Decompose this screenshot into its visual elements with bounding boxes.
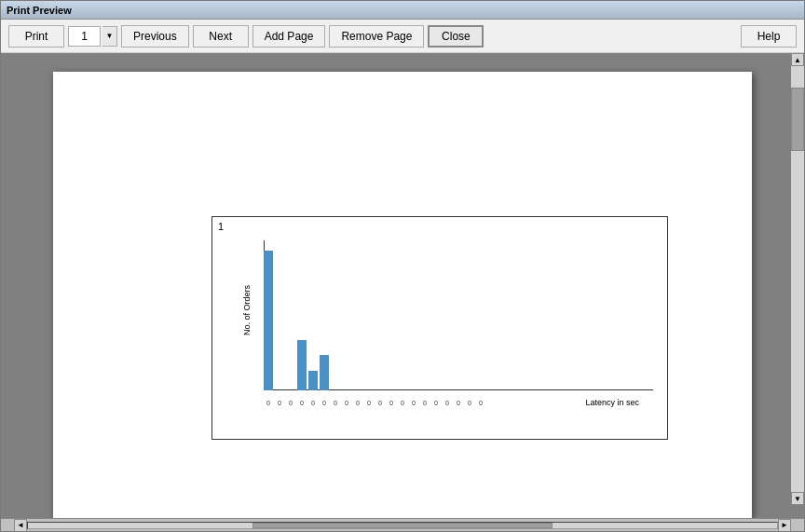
chart-bar-3 — [297, 340, 307, 390]
print-button[interactable]: Print — [8, 25, 64, 48]
chart-bar-4 — [308, 371, 318, 390]
remove-page-button[interactable]: Remove Page — [329, 25, 424, 48]
scroll-down-arrow[interactable]: ▼ — [791, 492, 804, 505]
page-number-input[interactable] — [68, 26, 101, 47]
h-scroll-track[interactable] — [27, 522, 778, 529]
chart-container: 1 No. of Orders Latency in sec 000000000… — [211, 216, 668, 440]
page-dropdown-arrow[interactable]: ▼ — [102, 26, 117, 47]
chart-bar-5 — [320, 355, 329, 390]
y-axis-label: No. of Orders — [242, 254, 252, 366]
chart-page-number: 1 — [218, 221, 224, 232]
add-page-button[interactable]: Add Page — [252, 25, 326, 48]
page-select: ▼ — [68, 26, 117, 47]
scroll-up-arrow[interactable]: ▲ — [791, 53, 804, 66]
content-area: 1 No. of Orders Latency in sec 000000000… — [1, 53, 804, 531]
next-button[interactable]: Next — [193, 25, 249, 48]
help-button[interactable]: Help — [741, 25, 797, 48]
close-button[interactable]: Close — [428, 25, 484, 48]
vertical-scrollbar: ▲ ▼ — [791, 53, 804, 505]
title-bar: Print Preview — [1, 1, 804, 20]
chart-bar-0 — [264, 251, 273, 390]
scroll-container[interactable]: 1 No. of Orders Latency in sec 000000000… — [1, 53, 804, 518]
window-title: Print Preview — [7, 5, 72, 16]
previous-button[interactable]: Previous — [121, 25, 189, 48]
page-canvas: 1 No. of Orders Latency in sec 000000000… — [53, 72, 752, 518]
scroll-right-arrow[interactable]: ► — [778, 519, 791, 532]
horizontal-scrollbar: ◄ ► — [1, 518, 804, 531]
print-preview-window: Print Preview Print ▼ Previous Next Add … — [0, 0, 805, 532]
h-scroll-thumb — [252, 523, 553, 528]
v-scroll-thumb — [791, 88, 804, 152]
chart-inner: No. of Orders Latency in sec 00000000000… — [240, 236, 658, 411]
v-scroll-track[interactable] — [791, 66, 804, 492]
scroll-left-arrow[interactable]: ◄ — [14, 519, 27, 532]
bars-area — [264, 240, 653, 390]
toolbar: Print ▼ Previous Next Add Page Remove Pa… — [1, 20, 804, 53]
